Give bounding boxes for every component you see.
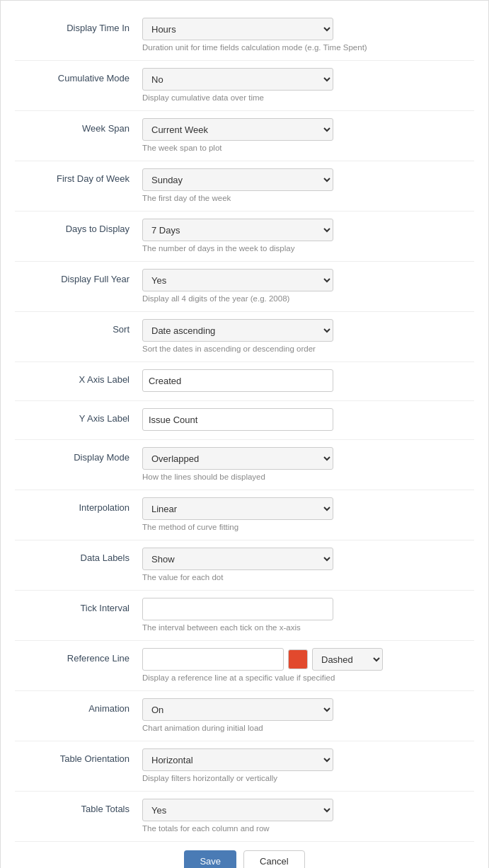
display-mode-label: Display Mode <box>15 447 142 463</box>
days-to-display-label: Days to Display <box>15 219 142 234</box>
tick-interval-label: Tick Interval <box>15 598 142 613</box>
sort-hint: Sort the dates in ascending or descendin… <box>142 345 474 353</box>
display-full-year-hint: Display all 4 digits of the year (e.g. 2… <box>142 294 474 303</box>
reference-line-row: Reference Line Dashed Solid Dotted Displ… <box>15 642 474 688</box>
display-full-year-row: Display Full Year Yes No Display all 4 d… <box>15 263 474 308</box>
data-labels-control: Show Hide The value for each dot <box>142 548 474 581</box>
table-orientation-control: Horizontal Vertical Display filters hori… <box>142 748 474 782</box>
display-mode-hint: How the lines should be displayed <box>142 473 474 481</box>
data-labels-hint: The value for each dot <box>142 573 474 581</box>
data-labels-row: Data Labels Show Hide The value for each… <box>15 542 474 587</box>
table-orientation-label: Table Orientation <box>15 748 142 764</box>
display-mode-control: Overlapped Stacked Grouped How the lines… <box>142 447 474 481</box>
days-to-display-row: Days to Display 7 Days 5 Days 6 Days The… <box>15 213 474 258</box>
first-day-of-week-select[interactable]: Sunday Monday Tuesday Wednesday Thursday… <box>142 168 333 191</box>
reference-line-hint: Display a reference line at a specific v… <box>142 673 474 682</box>
display-time-in-select[interactable]: Hours Minutes Days <box>142 18 333 40</box>
week-span-label: Week Span <box>15 118 142 134</box>
animation-row: Animation On Off Chart animation during … <box>15 693 474 738</box>
table-orientation-select[interactable]: Horizontal Vertical <box>142 748 333 771</box>
table-totals-control: Yes No The totals for each column and ro… <box>142 799 474 833</box>
week-span-control: Current Week Last Week Last 2 Weeks The … <box>142 118 474 152</box>
days-to-display-hint: The number of days in the week to displa… <box>142 244 474 253</box>
first-day-of-week-row: First Day of Week Sunday Monday Tuesday … <box>15 163 474 208</box>
data-labels-label: Data Labels <box>15 548 142 563</box>
sort-control: Date ascending Date descending Sort the … <box>142 319 474 353</box>
cumulative-mode-control: No Yes Display cumulative data over time <box>142 68 474 102</box>
x-axis-label-label: X Axis Label <box>15 369 142 385</box>
reference-line-color-swatch[interactable] <box>288 649 308 669</box>
cumulative-mode-hint: Display cumulative data over time <box>142 93 474 102</box>
reference-line-style-select[interactable]: Dashed Solid Dotted <box>312 648 383 671</box>
button-row: Save Cancel <box>15 850 474 868</box>
reference-line-control: Dashed Solid Dotted Display a reference … <box>142 648 474 682</box>
reference-line-label: Reference Line <box>15 648 142 664</box>
x-axis-label-control <box>142 369 474 392</box>
cancel-button[interactable]: Cancel <box>243 850 304 868</box>
y-axis-label-label: Y Axis Label <box>15 408 142 424</box>
settings-form: Display Time In Hours Minutes Days Durat… <box>0 0 489 868</box>
display-full-year-control: Yes No Display all 4 digits of the year … <box>142 269 474 303</box>
display-mode-row: Display Mode Overlapped Stacked Grouped … <box>15 441 474 487</box>
interpolation-control: Linear Step Smooth The method of curve f… <box>142 497 474 531</box>
display-time-in-row: Display Time In Hours Minutes Days Durat… <box>15 12 474 57</box>
display-full-year-select[interactable]: Yes No <box>142 269 333 291</box>
cumulative-mode-row: Cumulative Mode No Yes Display cumulativ… <box>15 62 474 108</box>
cumulative-mode-select[interactable]: No Yes <box>142 68 333 91</box>
week-span-row: Week Span Current Week Last Week Last 2 … <box>15 112 474 158</box>
y-axis-label-input[interactable] <box>142 408 333 431</box>
y-axis-label-control <box>142 408 474 431</box>
x-axis-label-row: X Axis Label <box>15 364 474 398</box>
reference-line-input[interactable] <box>142 648 284 671</box>
week-span-hint: The week span to plot <box>142 144 474 152</box>
table-totals-label: Table Totals <box>15 799 142 814</box>
table-totals-hint: The totals for each column and row <box>142 824 474 833</box>
interpolation-select[interactable]: Linear Step Smooth <box>142 497 333 520</box>
table-totals-row: Table Totals Yes No The totals for each … <box>15 793 474 838</box>
days-to-display-control: 7 Days 5 Days 6 Days The number of days … <box>142 219 474 253</box>
animation-hint: Chart animation during initial load <box>142 724 474 732</box>
animation-select[interactable]: On Off <box>142 698 333 721</box>
display-time-in-hint: Duration unit for time fields calculatio… <box>142 43 474 52</box>
days-to-display-select[interactable]: 7 Days 5 Days 6 Days <box>142 219 333 241</box>
table-orientation-hint: Display filters horizontally or vertical… <box>142 774 474 782</box>
sort-select[interactable]: Date ascending Date descending <box>142 319 333 342</box>
week-span-select[interactable]: Current Week Last Week Last 2 Weeks <box>142 118 333 141</box>
interpolation-label: Interpolation <box>15 497 142 513</box>
display-full-year-label: Display Full Year <box>15 269 142 284</box>
first-day-of-week-label: First Day of Week <box>15 168 142 184</box>
table-orientation-row: Table Orientation Horizontal Vertical Di… <box>15 743 474 788</box>
display-time-in-label: Display Time In <box>15 18 142 33</box>
display-mode-select[interactable]: Overlapped Stacked Grouped <box>142 447 333 470</box>
reference-line-inputs: Dashed Solid Dotted <box>142 648 474 671</box>
animation-label: Animation <box>15 698 142 714</box>
tick-interval-hint: The interval between each tick on the x-… <box>142 623 474 632</box>
tick-interval-control: The interval between each tick on the x-… <box>142 598 474 632</box>
sort-label: Sort <box>15 319 142 335</box>
table-totals-select[interactable]: Yes No <box>142 799 333 821</box>
interpolation-row: Interpolation Linear Step Smooth The met… <box>15 492 474 537</box>
animation-control: On Off Chart animation during initial lo… <box>142 698 474 732</box>
interpolation-hint: The method of curve fitting <box>142 523 474 531</box>
cumulative-mode-label: Cumulative Mode <box>15 68 142 83</box>
display-time-in-control: Hours Minutes Days Duration unit for tim… <box>142 18 474 52</box>
y-axis-label-row: Y Axis Label <box>15 403 474 436</box>
tick-interval-row: Tick Interval The interval between each … <box>15 592 474 637</box>
save-button[interactable]: Save <box>184 850 236 868</box>
data-labels-select[interactable]: Show Hide <box>142 548 333 570</box>
first-day-of-week-control: Sunday Monday Tuesday Wednesday Thursday… <box>142 168 474 202</box>
sort-row: Sort Date ascending Date descending Sort… <box>15 313 474 359</box>
x-axis-label-input[interactable] <box>142 369 333 392</box>
first-day-of-week-hint: The first day of the week <box>142 194 474 202</box>
tick-interval-input[interactable] <box>142 598 333 620</box>
